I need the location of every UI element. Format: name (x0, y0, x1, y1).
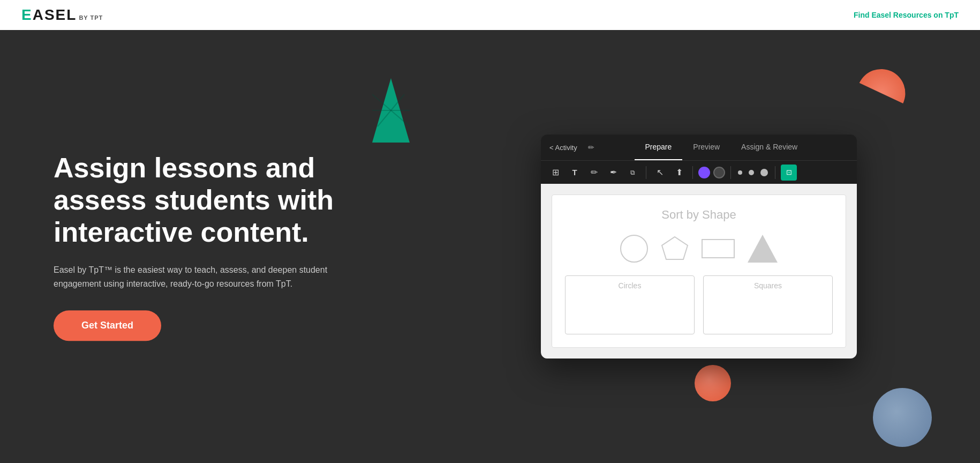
toolbar-color-dark[interactable] (713, 167, 725, 178)
header: EASEL BY TPT Find Easel Resources on TpT (0, 0, 980, 30)
deco-teal-shape (372, 78, 410, 143)
canvas-inner: Sort by Shape Circles Squares (552, 195, 846, 348)
hero-subtitle: Easel by TpT™ is the easiest way to teac… (54, 264, 364, 291)
logo: EASEL BY TPT (21, 6, 103, 24)
toolbar-dot-lg (760, 169, 768, 176)
shapes-row (565, 235, 833, 263)
app-window: < Activity ✏ Prepare Preview Assign & Re… (541, 135, 857, 359)
get-started-button[interactable]: Get Started (54, 310, 161, 341)
sort-box-squares: Squares (703, 275, 833, 334)
toolbar-dot-md (749, 170, 754, 175)
toolbar-frame-btn[interactable]: ⊞ (547, 165, 563, 181)
toolbar-dot-sm (738, 170, 742, 175)
toolbar-text-btn[interactable]: T (567, 165, 583, 181)
deco-blue-circle (873, 388, 932, 447)
logo-text: EASEL (21, 6, 77, 24)
shape-triangle (748, 235, 778, 263)
main-section: Assign lessons and assess students with … (0, 30, 980, 463)
toolbar-divider-1 (646, 166, 646, 179)
toolbar-divider-3 (730, 166, 731, 179)
toolbar-color-purple[interactable] (698, 167, 710, 178)
toolbar-select-btn[interactable]: ↖ (652, 165, 668, 181)
svg-marker-4 (662, 237, 688, 259)
toolbar-interactive-btn[interactable]: ⊡ (781, 165, 797, 181)
tab-prepare[interactable]: Prepare (635, 135, 683, 160)
toolbar-divider-2 (692, 166, 693, 179)
header-link-prefix: Find (854, 11, 871, 19)
header-link-accent: E (871, 11, 876, 19)
deco-half-orange (860, 61, 914, 103)
deco-orange-circle (695, 365, 731, 401)
app-back-button[interactable]: < Activity (549, 144, 577, 152)
app-tabs: Prepare Preview Assign & Review (635, 135, 809, 160)
sort-box-circles: Circles (565, 275, 695, 334)
sort-boxes: Circles Squares (565, 275, 833, 334)
hero-left: Assign lessons and assess students with … (54, 152, 364, 341)
toolbar-pen-btn[interactable]: ✒ (605, 165, 621, 181)
sort-box-circles-label: Circles (571, 281, 689, 290)
app-canvas: Sort by Shape Circles Squares (541, 184, 857, 359)
logo-bytpt: BY TPT (79, 14, 103, 21)
logo-accent-e: E (21, 6, 33, 23)
sort-box-squares-label: Squares (709, 281, 827, 290)
tab-assign-review[interactable]: Assign & Review (730, 135, 808, 160)
tab-preview[interactable]: Preview (682, 135, 730, 160)
shape-circle (620, 235, 648, 263)
canvas-title: Sort by Shape (565, 208, 833, 222)
toolbar-divider-4 (775, 166, 775, 179)
shape-rectangle (702, 239, 735, 258)
toolbar-upload-btn[interactable]: ⬆ (671, 165, 687, 181)
toolbar-pencil-btn[interactable]: ✏ (586, 165, 602, 181)
hero-title: Assign lessons and assess students with … (54, 152, 364, 248)
app-toolbar: ⊞ T ✏ ✒ ⧉ ↖ ⬆ ⊡ (541, 160, 857, 184)
shape-pentagon (661, 235, 689, 263)
edit-icon[interactable]: ✏ (588, 143, 594, 152)
find-easel-link[interactable]: Find Easel Resources on TpT (854, 11, 959, 19)
app-topbar: < Activity ✏ Prepare Preview Assign & Re… (541, 135, 857, 160)
header-link-suffix: asel Resources on TpT (877, 11, 959, 19)
toolbar-duplicate-btn[interactable]: ⧉ (624, 165, 640, 181)
